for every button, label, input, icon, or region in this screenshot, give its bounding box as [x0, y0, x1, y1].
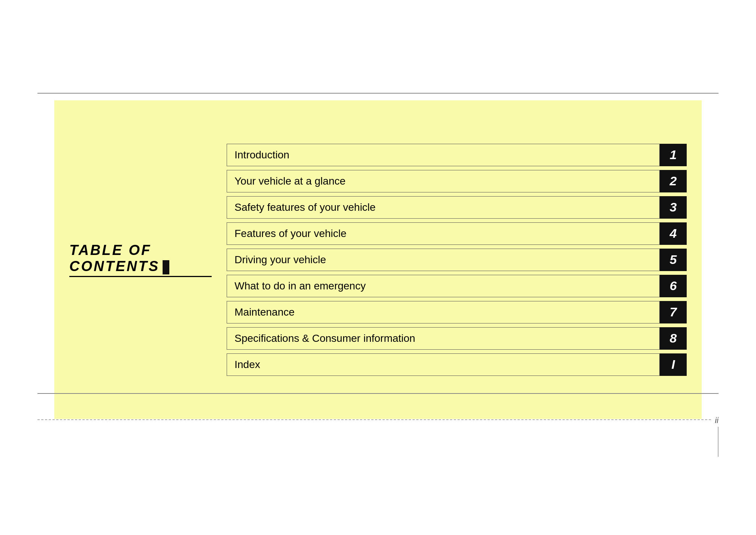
- toc-item-1-number: 1: [660, 144, 687, 166]
- page-number: ii: [715, 416, 719, 425]
- bottom-divider: [37, 393, 719, 394]
- toc-item-7-label: Maintenance: [227, 301, 660, 323]
- yellow-content-area: TABLE OF CONTENTS Introduction 1 Your ve…: [54, 100, 702, 419]
- toc-item-4[interactable]: Features of your vehicle 4: [227, 222, 687, 245]
- toc-item-6[interactable]: What to do in an emergency 6: [227, 275, 687, 297]
- toc-item-5-number: 5: [660, 249, 687, 271]
- page-container: TABLE OF CONTENTS Introduction 1 Your ve…: [0, 0, 756, 535]
- toc-item-5-label: Driving your vehicle: [227, 249, 660, 271]
- toc-item-1-label: Introduction: [227, 144, 660, 166]
- toc-item-index-label: Index: [227, 353, 660, 376]
- toc-item-index[interactable]: Index I: [227, 353, 687, 376]
- toc-item-8[interactable]: Specifications & Consumer information 8: [227, 327, 687, 350]
- toc-item-2-number: 2: [660, 170, 687, 192]
- toc-item-3-label: Safety features of your vehicle: [227, 196, 660, 219]
- toc-item-7-number: 7: [660, 301, 687, 323]
- toc-item-3[interactable]: Safety features of your vehicle 3: [227, 196, 687, 219]
- toc-title: TABLE OF CONTENTS: [69, 242, 212, 277]
- toc-item-4-number: 4: [660, 222, 687, 245]
- toc-label-area: TABLE OF CONTENTS: [69, 242, 227, 277]
- toc-item-2-label: Your vehicle at a glance: [227, 170, 660, 192]
- page-number-line: [718, 427, 719, 457]
- toc-item-2[interactable]: Your vehicle at a glance 2: [227, 170, 687, 192]
- toc-item-8-number: 8: [660, 327, 687, 350]
- toc-menu-area: Introduction 1 Your vehicle at a glance …: [227, 144, 687, 376]
- toc-item-6-number: 6: [660, 275, 687, 297]
- toc-item-5[interactable]: Driving your vehicle 5: [227, 249, 687, 271]
- toc-item-4-label: Features of your vehicle: [227, 222, 660, 245]
- toc-item-3-number: 3: [660, 196, 687, 219]
- toc-item-1[interactable]: Introduction 1: [227, 144, 687, 166]
- toc-item-index-number: I: [660, 353, 687, 376]
- toc-item-6-label: What to do in an emergency: [227, 275, 660, 297]
- page-number-area: ii: [715, 416, 719, 457]
- toc-item-8-label: Specifications & Consumer information: [227, 327, 660, 350]
- toc-item-7[interactable]: Maintenance 7: [227, 301, 687, 323]
- top-divider: [37, 93, 719, 94]
- dotted-divider: [37, 419, 711, 420]
